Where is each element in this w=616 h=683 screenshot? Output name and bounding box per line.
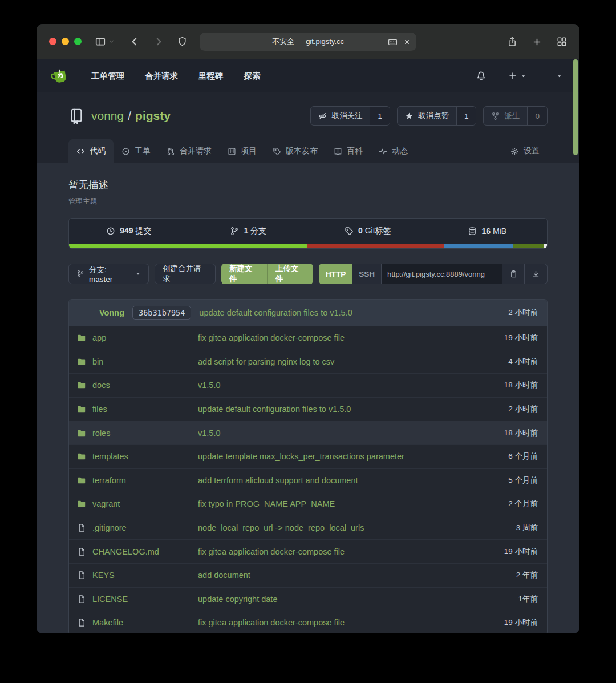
file-name-link[interactable]: KEYS (92, 571, 198, 580)
file-commit-message-link[interactable]: add terrform alicloud support and docume… (198, 476, 501, 485)
zoom-window-button[interactable] (74, 38, 82, 45)
download-icon (532, 270, 540, 278)
file-name-link[interactable]: CHANGELOG.md (92, 547, 198, 556)
file-row[interactable]: Makefile fix gitea application docker-co… (69, 611, 547, 633)
file-name-link[interactable]: terraform (92, 476, 198, 485)
commit-message-link[interactable]: update default configuration files to v1… (199, 308, 352, 317)
file-name-link[interactable]: roles (92, 429, 198, 438)
download-button[interactable] (525, 264, 548, 284)
file-name-link[interactable]: .gitignore (92, 523, 198, 532)
branch-selector[interactable]: 分支: master (68, 264, 149, 284)
minimize-window-button[interactable] (62, 38, 69, 45)
repo-tab[interactable]: 版本发布 (265, 139, 326, 163)
repo-name-link[interactable]: pigsty (135, 109, 171, 122)
file-commit-message-link[interactable]: v1.5.0 (198, 429, 497, 438)
page-scrollbar-thumb[interactable] (573, 59, 578, 155)
file-commit-message-link[interactable]: update template max_locks_per_transactio… (198, 452, 501, 461)
shield-icon[interactable] (177, 37, 187, 46)
copy-url-button[interactable] (502, 264, 525, 284)
repo-tab[interactable]: 工单 (114, 139, 159, 163)
navbar-item[interactable]: 里程碑 (198, 71, 224, 82)
repo-tab[interactable]: 合并请求 (159, 139, 220, 163)
file-name-link[interactable]: docs (92, 381, 198, 390)
forward-button[interactable] (153, 37, 164, 47)
repo-action-button[interactable]: 派生 0 (483, 106, 548, 126)
file-name-link[interactable]: Makefile (92, 618, 198, 627)
file-name-link[interactable]: LICENSE (92, 595, 198, 604)
file-commit-message-link[interactable]: update default configuration files to v1… (198, 405, 501, 414)
create-pr-button[interactable]: 创建合并请求 (155, 264, 216, 284)
repo-stat[interactable]: 1 分支 (189, 219, 309, 244)
file-commit-message-link[interactable]: fix typo in PROG_NAME APP_NAME (198, 499, 501, 508)
file-commit-message-link[interactable]: update copyright date (198, 595, 511, 604)
repo-action-button[interactable]: 取消点赞 1 (397, 106, 477, 126)
repo-tab[interactable]: 代码 (68, 139, 114, 163)
file-row[interactable]: vagrant fix typo in PROG_NAME APP_NAME 2… (69, 492, 547, 516)
language-stats-bar[interactable] (69, 244, 547, 248)
file-name-link[interactable]: templates (92, 452, 198, 461)
file-row[interactable]: files update default configuration files… (69, 397, 547, 421)
tab-overview-button[interactable] (557, 37, 567, 47)
repo-tab[interactable]: 动态 (371, 139, 416, 163)
upload-file-button[interactable]: 上传文件 (267, 264, 313, 284)
action-count[interactable]: 1 (456, 107, 476, 125)
clone-url-input[interactable] (381, 264, 502, 284)
repo-stat[interactable]: 949 提交 (69, 219, 189, 244)
stop-loading-icon[interactable] (403, 38, 411, 46)
commit-sha-badge[interactable]: 36b31b7954 (132, 306, 191, 320)
notifications-bell-icon[interactable] (476, 71, 487, 82)
repo-stat[interactable]: 0 Git标签 (308, 219, 428, 244)
ssh-protocol-button[interactable]: SSH (352, 264, 381, 284)
file-row[interactable]: LICENSE update copyright date 1年前 (69, 587, 547, 611)
repo-action-button[interactable]: 取消关注 1 (310, 106, 390, 126)
file-name-link[interactable]: vagrant (92, 499, 198, 508)
repo-owner-link[interactable]: vonng (91, 109, 124, 122)
file-commit-message-link[interactable]: add document (198, 571, 509, 580)
navbar-item[interactable]: 探索 (244, 71, 261, 82)
file-row[interactable]: terraform add terrform alicloud support … (69, 468, 547, 492)
file-row[interactable]: docs v1.5.0 18 小时前 (69, 373, 547, 397)
action-count[interactable]: 1 (370, 107, 390, 125)
action-count[interactable]: 0 (527, 107, 547, 125)
file-commit-message-link[interactable]: fix gitea application docker-compose fil… (198, 618, 497, 627)
file-commit-message-link[interactable]: node_local_repo_url -> node_repo_local_u… (198, 523, 509, 532)
close-window-button[interactable] (49, 38, 56, 45)
file-row[interactable]: roles v1.5.0 18 小时前 (69, 421, 547, 444)
chevron-down-icon[interactable] (108, 38, 115, 45)
repo-main: 暂无描述 管理主题 949 提交 1 分支 (37, 163, 579, 633)
repo-tab[interactable]: 百科 (326, 139, 371, 163)
http-protocol-button[interactable]: HTTP (319, 264, 352, 284)
file-commit-message-link[interactable]: fix gitea application docker-compose fil… (198, 333, 497, 342)
file-row[interactable]: templates update template max_locks_per_… (69, 444, 547, 468)
file-commit-message-link[interactable]: fix gitea application docker-compose fil… (198, 547, 497, 556)
repo-stat[interactable]: 16 MiB (428, 219, 548, 244)
repo-tab[interactable]: 项目 (220, 139, 265, 163)
address-bar[interactable]: 不安全 — git.pigsty.cc (200, 33, 416, 51)
share-button[interactable] (507, 37, 517, 47)
file-commit-message-link[interactable]: v1.5.0 (198, 381, 497, 390)
back-button[interactable] (129, 37, 140, 47)
translate-icon[interactable] (388, 37, 398, 47)
file-row[interactable]: CHANGELOG.md fix gitea application docke… (69, 539, 547, 563)
file-commit-message-link[interactable]: add script for parsing nginx log to csv (198, 357, 501, 366)
manage-topics-link[interactable]: 管理主题 (68, 197, 548, 207)
navbar-item[interactable]: 工单管理 (91, 71, 124, 82)
file-row[interactable]: app fix gitea application docker-compose… (69, 326, 547, 350)
navbar-item[interactable]: 合并请求 (145, 71, 178, 82)
gitea-logo-icon[interactable] (50, 66, 71, 86)
new-tab-button[interactable] (532, 37, 542, 47)
new-file-button[interactable]: 新建文件 (221, 264, 267, 284)
file-row[interactable]: bin add script for parsing nginx log to … (69, 350, 547, 374)
user-menu-chevron-icon[interactable] (556, 73, 562, 79)
file-name-link[interactable]: bin (92, 357, 198, 366)
file-name-link[interactable]: app (92, 333, 198, 342)
file-name-link[interactable]: files (92, 405, 198, 414)
create-new-menu[interactable] (508, 71, 526, 80)
browser-toolbar: 不安全 — git.pigsty.cc (37, 24, 579, 59)
commit-author-link[interactable]: Vonng (99, 308, 124, 317)
repo-tab[interactable]: 设置 (502, 139, 548, 163)
sidebar-icon[interactable] (95, 37, 106, 47)
file-commit-time: 19 小时前 (497, 547, 538, 557)
file-row[interactable]: .gitignore node_local_repo_url -> node_r… (69, 516, 547, 540)
file-row[interactable]: KEYS add document 2 年前 (69, 563, 547, 587)
